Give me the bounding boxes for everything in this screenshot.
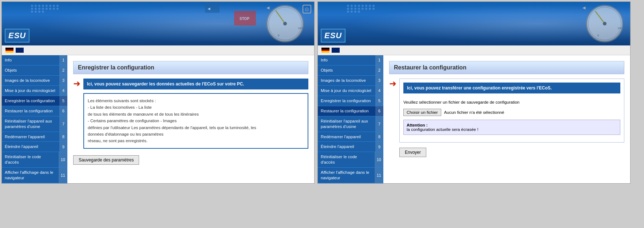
sidebar-item-objets-left[interactable]: Objets 2 bbox=[2, 65, 67, 76]
sidebar-item-enregistrer-right[interactable]: Enregistrer la configuration 5 bbox=[318, 96, 383, 106]
svg-text:100: 100 bbox=[298, 27, 303, 30]
svg-point-3 bbox=[283, 22, 287, 25]
right-content-title: Restaurer la configuration bbox=[389, 61, 624, 74]
left-content: Enregistrer la configuration ➜ Ici, vous… bbox=[67, 55, 314, 183]
left-sidebar: Info 1 Objets 2 Images de la locomotive … bbox=[2, 55, 67, 183]
header-gauge-left: 0 100 ◄ STOP bbox=[205, 4, 307, 45]
sidebar-item-enregistrer-left[interactable]: Enregistrer la configuration 5 bbox=[2, 96, 67, 106]
svg-text:0: 0 bbox=[278, 34, 280, 37]
header-dots bbox=[31, 5, 59, 13]
choose-file-button[interactable]: Choisir un fichier bbox=[403, 109, 441, 116]
right-file-input-row: Choisir un fichier Aucun fichier n'a été… bbox=[403, 109, 620, 116]
svg-text:◄: ◄ bbox=[207, 6, 211, 11]
esu-logo-left: ESU bbox=[5, 29, 29, 43]
left-header: ESU 0 100 ◄ STOP ◄ ⊙ bbox=[2, 2, 314, 45]
sidebar-item-reinit-left[interactable]: Réinitialiser l'appareil aux paramètres … bbox=[2, 116, 67, 132]
esu-logo-right: ESU bbox=[321, 29, 345, 43]
sidebar-item-images-right[interactable]: Images de la locomotive 3 bbox=[318, 76, 383, 86]
attention-label: Attention : bbox=[407, 123, 427, 127]
sidebar-item-redemarrer-left[interactable]: Redémarrer l'appareil 8 bbox=[2, 132, 67, 142]
flag-german-right[interactable] bbox=[321, 48, 329, 53]
header-dots-right bbox=[347, 5, 375, 13]
arrow-indicator-left: ➜ bbox=[73, 79, 80, 89]
sidebar-item-mise-left[interactable]: Mise à jour du micrologiciel 4 bbox=[2, 86, 67, 96]
right-content-details: Ici, vous pouvez transférer une configur… bbox=[399, 79, 624, 157]
sidebar-item-eteindre-right[interactable]: Éteindre l'appareil 9 bbox=[318, 142, 383, 152]
no-file-label: Aucun fichier n'a été sélectionné bbox=[444, 110, 504, 115]
right-content: Restaurer la configuration ➜ Ici, vous p… bbox=[383, 55, 630, 183]
back-icon-right[interactable]: ◄ bbox=[581, 5, 586, 11]
left-description-box: Les éléments suivants sont stockés : - L… bbox=[83, 93, 308, 149]
right-restore-info-box: Ici, vous pouvez transférer une configur… bbox=[399, 79, 624, 143]
send-button[interactable]: Envoyer bbox=[399, 148, 426, 157]
right-content-body: ➜ Ici, vous pouvez transférer une config… bbox=[389, 79, 624, 157]
arrow-indicator-right: ➜ bbox=[389, 79, 396, 89]
sidebar-item-mise-right[interactable]: Mise à jour du micrologiciel 4 bbox=[318, 86, 383, 96]
right-panel: ESU 0 100 ◄ Info 1 Objets bbox=[317, 1, 631, 184]
sidebar-item-afficher-right[interactable]: Afficher l'affichage dans le navigateur … bbox=[318, 168, 383, 183]
esu-logo-text-right: ESU bbox=[324, 31, 342, 40]
left-content-title: Enregistrer la configuration bbox=[73, 61, 308, 74]
attention-text: la configuration actuelle sera écrasée ! bbox=[407, 127, 478, 132]
sidebar-item-reinit-right[interactable]: Réinitialiser l'appareil aux paramètres … bbox=[318, 116, 383, 132]
sidebar-item-info-right[interactable]: Info 1 bbox=[318, 55, 383, 65]
back-icon-left[interactable]: ◄ bbox=[265, 5, 270, 11]
flag-english-right[interactable] bbox=[332, 48, 340, 53]
right-select-file-label: Veuillez sélectionner un fichier de sauv… bbox=[403, 97, 620, 106]
right-lang-bar bbox=[318, 45, 630, 55]
svg-text:STOP: STOP bbox=[240, 17, 249, 21]
left-content-body: ➜ Ici, vous pouvez sauvegarder les donné… bbox=[73, 79, 308, 154]
right-info-box: Ici, vous pouvez transférer une configur… bbox=[403, 83, 620, 93]
left-description-text: Les éléments suivants sont stockés : - L… bbox=[88, 99, 256, 143]
save-button[interactable]: Sauvegarde des paramètres bbox=[73, 155, 139, 165]
esu-logo-text: ESU bbox=[8, 31, 26, 40]
right-main-area: Info 1 Objets 2 Images de la locomotive … bbox=[318, 55, 630, 183]
sidebar-item-code-right[interactable]: Réinitialiser le code d'accès 10 bbox=[318, 152, 383, 168]
left-lang-bar bbox=[2, 45, 314, 55]
sidebar-item-redemarrer-right[interactable]: Redémarrer l'appareil 8 bbox=[318, 132, 383, 142]
svg-text:100: 100 bbox=[617, 27, 623, 30]
sidebar-item-restaurer-right[interactable]: Restaurer la configuration 6 bbox=[318, 106, 383, 116]
right-header: ESU 0 100 ◄ bbox=[318, 2, 630, 45]
flag-english-left[interactable] bbox=[16, 48, 24, 53]
svg-text:0: 0 bbox=[597, 34, 599, 37]
sidebar-item-info-left[interactable]: Info 1 bbox=[2, 55, 67, 65]
left-main-area: Info 1 Objets 2 Images de la locomotive … bbox=[2, 55, 314, 183]
sidebar-item-restaurer-left[interactable]: Restaurer la configuration 6 bbox=[2, 106, 67, 116]
left-panel: ESU 0 100 ◄ STOP ◄ ⊙ bbox=[1, 1, 315, 184]
sidebar-item-images-left[interactable]: Images de la locomotive 3 bbox=[2, 76, 67, 86]
sidebar-item-eteindre-left[interactable]: Éteindre l'appareil 9 bbox=[2, 142, 67, 152]
flag-german-left[interactable] bbox=[5, 48, 13, 53]
svg-point-13 bbox=[603, 22, 607, 25]
left-info-box: Ici, vous pouvez sauvegarder les données… bbox=[83, 79, 308, 89]
sidebar-item-objets-right[interactable]: Objets 2 bbox=[318, 65, 383, 76]
right-attention-box: Attention : la configuration actuelle se… bbox=[403, 120, 620, 135]
sidebar-item-afficher-left[interactable]: Afficher l'affichage dans le navigateur … bbox=[2, 168, 67, 183]
right-sidebar: Info 1 Objets 2 Images de la locomotive … bbox=[318, 55, 383, 183]
left-content-details: Ici, vous pouvez sauvegarder les données… bbox=[83, 79, 308, 154]
header-gauge-right: 0 100 bbox=[550, 4, 623, 45]
camera-icon-left[interactable]: ⊙ bbox=[303, 5, 311, 13]
sidebar-item-code-left[interactable]: Réinitialiser le code d'accès 10 bbox=[2, 152, 67, 168]
